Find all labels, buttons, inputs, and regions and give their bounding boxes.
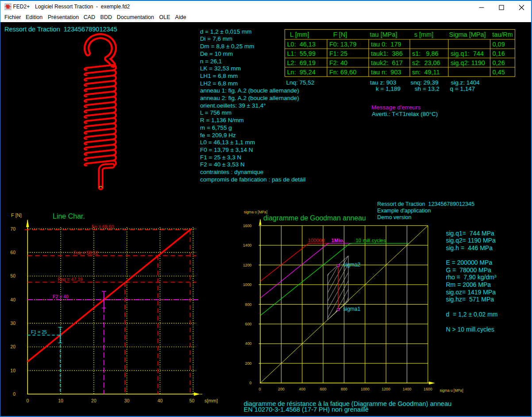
svg-text:10 mill.cycles: 10 mill.cycles bbox=[355, 238, 386, 243]
svg-text:tau/Rm: tau/Rm bbox=[492, 31, 513, 38]
svg-text:40: 40 bbox=[158, 398, 163, 403]
svg-text:Line Char.: Line Char. bbox=[53, 212, 85, 220]
svg-text:Fnk = 58,52: Fnk = 58,52 bbox=[73, 250, 98, 255]
svg-text:60: 60 bbox=[10, 250, 15, 255]
svg-text:orient.oeillets: 39 ± 31,4°: orient.oeillets: 39 ± 31,4° bbox=[200, 102, 266, 109]
svg-text:20: 20 bbox=[91, 398, 96, 403]
svg-text:0: 0 bbox=[13, 391, 15, 397]
svg-text:200: 200 bbox=[245, 361, 252, 366]
svg-text:N > 10 mill.cycles: N > 10 mill.cycles bbox=[446, 326, 494, 333]
svg-text:Sigma [MPa]: Sigma [MPa] bbox=[449, 31, 486, 38]
svg-text:400: 400 bbox=[299, 387, 305, 391]
svg-text:30: 30 bbox=[10, 320, 15, 326]
svg-text:Lnq: 75,52: Lnq: 75,52 bbox=[286, 79, 315, 86]
svg-text:50: 50 bbox=[10, 273, 15, 278]
svg-text:sig.z: 1404: sig.z: 1404 bbox=[451, 79, 480, 86]
svg-text:1200: 1200 bbox=[243, 263, 252, 267]
svg-text:40: 40 bbox=[10, 297, 15, 302]
svg-text:30: 30 bbox=[124, 398, 130, 403]
svg-text:sig.h = 446 MPa: sig.h = 446 MPa bbox=[446, 244, 493, 251]
svg-text:sigma u [MPa]: sigma u [MPa] bbox=[440, 388, 463, 393]
svg-text:600: 600 bbox=[245, 322, 252, 326]
svg-text:sig.hz= 571 MPa: sig.hz= 571 MPa bbox=[446, 296, 494, 303]
svg-text:Averti.: T<T1relax (80°C): Averti.: T<T1relax (80°C) bbox=[372, 111, 438, 117]
svg-text:sig.oz= 1419 MPa: sig.oz= 1419 MPa bbox=[446, 289, 496, 296]
svg-text:Example d'application: Example d'application bbox=[377, 208, 431, 214]
svg-text:0,26: 0,26 bbox=[493, 59, 505, 66]
svg-text:L1: 55,99: L1: 55,99 bbox=[287, 50, 316, 57]
svg-text:F0: 13,79: F0: 13,79 bbox=[329, 41, 356, 48]
svg-text:G = 78000 MPa: G = 78000 MPa bbox=[446, 266, 492, 274]
svg-text:800: 800 bbox=[341, 387, 347, 391]
svg-text:F1: 25: F1: 25 bbox=[329, 50, 347, 57]
svg-text:tau 0: 179: tau 0: 179 bbox=[371, 41, 401, 48]
svg-text:Di = 7,6 mm: Di = 7,6 mm bbox=[200, 35, 232, 42]
svg-text:s1: 9,86: s1: 9,86 bbox=[412, 50, 439, 57]
svg-text:tau z: 903: tau z: 903 bbox=[370, 79, 396, 86]
svg-text:EN 10270-3-1.4568 (17-7 PH) no: EN 10270-3-1.4568 (17-7 PH) non grenaill… bbox=[244, 406, 369, 413]
svg-text:sigma2: sigma2 bbox=[343, 262, 361, 268]
svg-text:sn: 49,11: sn: 49,11 bbox=[412, 69, 440, 76]
svg-text:F0 = 13,79 ± 3,14 N: F0 = 13,79 ± 3,14 N bbox=[200, 147, 253, 153]
svg-text:L0: 46,13: L0: 46,13 bbox=[287, 41, 316, 48]
svg-text:Demo version: Demo version bbox=[377, 214, 411, 220]
svg-text:L = 756 mm: L = 756 mm bbox=[200, 109, 231, 116]
svg-text:LK = 32,53 mm: LK = 32,53 mm bbox=[200, 65, 241, 72]
svg-text:1400: 1400 bbox=[403, 387, 412, 391]
svg-text:sigma o [MPa]: sigma o [MPa] bbox=[244, 210, 267, 214]
svg-text:Ressort de Traction 123456789: Ressort de Traction 123456789012345 bbox=[4, 26, 117, 33]
svg-text:1600: 1600 bbox=[424, 387, 432, 391]
svg-text:rho = 7,90 kg/dm³: rho = 7,90 kg/dm³ bbox=[446, 274, 497, 281]
svg-text:0,09: 0,09 bbox=[493, 41, 505, 48]
svg-text:LH1 = 6,8 mm: LH1 = 6,8 mm bbox=[200, 73, 238, 79]
svg-text:snq: 29,39: snq: 29,39 bbox=[411, 79, 439, 86]
svg-text:0: 0 bbox=[250, 381, 252, 385]
svg-text:F [N]: F [N] bbox=[11, 212, 22, 218]
svg-text:0: 0 bbox=[26, 398, 29, 403]
svg-text:q = 1,147: q = 1,147 bbox=[450, 85, 475, 92]
svg-text:70: 70 bbox=[10, 226, 15, 232]
svg-text:1000: 1000 bbox=[243, 282, 252, 287]
svg-text:diagramme de Goodman anneau: diagramme de Goodman anneau bbox=[263, 214, 366, 222]
svg-text:k = 1,189: k = 1,189 bbox=[376, 85, 401, 92]
svg-text:s [mm]: s [mm] bbox=[414, 31, 434, 38]
svg-text:sig.q2= 1190 MPa: sig.q2= 1190 MPa bbox=[446, 237, 496, 244]
svg-text:F1 = 25: F1 = 25 bbox=[31, 329, 47, 335]
svg-text:m = 6,755 g: m = 6,755 g bbox=[200, 124, 232, 131]
svg-text:1400: 1400 bbox=[243, 243, 252, 247]
svg-text:E = 200000 MPa: E = 200000 MPa bbox=[446, 259, 493, 266]
svg-text:10: 10 bbox=[58, 398, 63, 403]
svg-text:Fn = 69,60: Fn = 69,60 bbox=[92, 224, 114, 229]
svg-text:De = 10 mm: De = 10 mm bbox=[200, 50, 233, 57]
svg-text:tau [MPa]: tau [MPa] bbox=[370, 31, 397, 38]
svg-text:600: 600 bbox=[320, 387, 327, 391]
svg-text:1200: 1200 bbox=[382, 387, 390, 391]
svg-text:10: 10 bbox=[10, 368, 15, 373]
svg-text:L [mm]: L [mm] bbox=[290, 31, 309, 38]
svg-text:R = 1,136 N/mm: R = 1,136 N/mm bbox=[200, 117, 244, 124]
svg-text:anneau 2: fig. A.2 (boucle all: anneau 2: fig. A.2 (boucle allemande) bbox=[200, 95, 299, 101]
svg-text:F2 = 40: F2 = 40 bbox=[53, 294, 69, 299]
svg-text:tauk2: 617: tauk2: 617 bbox=[371, 59, 403, 66]
svg-text:F1 = 25 ± 3,3 N: F1 = 25 ± 3,3 N bbox=[200, 154, 241, 161]
svg-text:contraintes : dynamique: contraintes : dynamique bbox=[200, 169, 263, 175]
svg-text:F2 = 40 ± 3,53 N: F2 = 40 ± 3,53 N bbox=[200, 161, 245, 168]
svg-text:d = 1,2 ± 0,015 mm: d = 1,2 ± 0,015 mm bbox=[200, 28, 252, 35]
svg-text:F2: 40: F2: 40 bbox=[329, 59, 347, 66]
svg-text:1Mio.: 1Mio. bbox=[332, 238, 344, 243]
svg-text:50: 50 bbox=[189, 398, 195, 403]
svg-text:L2: 69,19: L2: 69,19 bbox=[287, 59, 316, 66]
svg-text:F [N]: F [N] bbox=[333, 31, 347, 38]
svg-text:Ressort de Traction 123456789: Ressort de Traction 123456789012345 bbox=[377, 201, 474, 207]
svg-text:1600: 1600 bbox=[243, 224, 252, 228]
svg-text:Fn: 69,60: Fn: 69,60 bbox=[329, 69, 356, 76]
svg-text:sigma1: sigma1 bbox=[343, 306, 361, 312]
svg-text:Rm = 2006 MPa: Rm = 2006 MPa bbox=[446, 281, 491, 288]
svg-text:0,45: 0,45 bbox=[493, 69, 505, 76]
svg-text:sh = 13,2: sh = 13,2 bbox=[415, 85, 439, 92]
svg-text:Message d'erreurs: Message d'erreurs bbox=[371, 104, 421, 111]
svg-text:200: 200 bbox=[278, 387, 285, 391]
svg-text:Fnq = 47,19: Fnq = 47,19 bbox=[58, 277, 83, 282]
svg-text:LH2 = 6,8 mm: LH2 = 6,8 mm bbox=[200, 80, 238, 87]
svg-text:L0 = 46,13 ± 1,1 mm: L0 = 46,13 ± 1,1 mm bbox=[200, 139, 255, 146]
